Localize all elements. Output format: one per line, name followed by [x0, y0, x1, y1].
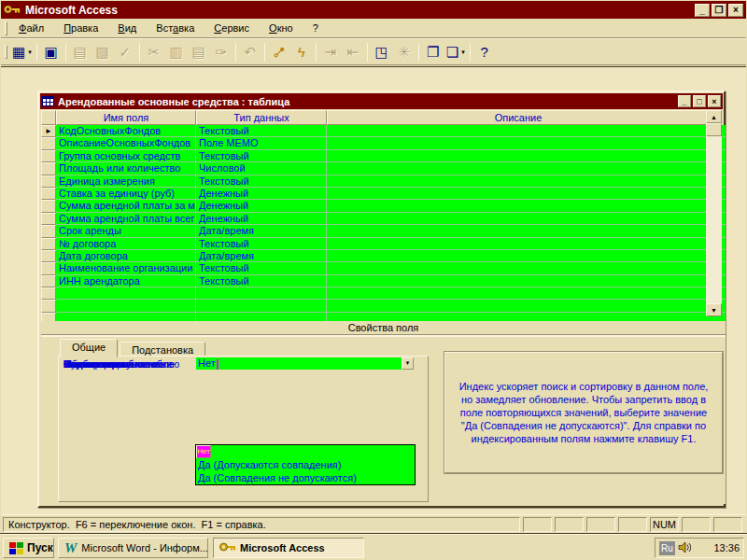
table-row[interactable]: Единица измерения Текстовый [41, 175, 726, 188]
taskbar-item-access[interactable]: Microsoft Access [213, 538, 364, 558]
menu-item[interactable]: Вид [109, 21, 145, 35]
data-type-cell[interactable] [196, 300, 327, 312]
description-cell[interactable] [327, 200, 726, 212]
data-type-cell[interactable]: Текстовый [196, 275, 327, 287]
menu-item[interactable]: Вставка [148, 21, 203, 35]
row-selector[interactable] [41, 175, 56, 188]
close-button[interactable]: × [728, 4, 743, 17]
main-titlebar[interactable]: Microsoft Access _ ❐ × [1, 1, 746, 19]
minimize-button[interactable]: _ [695, 4, 710, 17]
row-selector[interactable] [41, 250, 56, 262]
description-cell[interactable] [327, 162, 726, 175]
field-name-cell[interactable]: ИНН арендатора [56, 275, 196, 287]
tab[interactable]: Общие [60, 339, 118, 357]
insert-rows-button[interactable]: ⇥ ▾ [319, 41, 342, 63]
print-button[interactable]: ▤ ▾ [69, 41, 92, 63]
database-window-button[interactable]: ❐ ▾ [422, 41, 444, 63]
format-painter-button[interactable]: ✑ ▾ [210, 41, 233, 63]
description-cell[interactable] [327, 125, 726, 137]
table-row[interactable]: ОписаниеОсновныхФондов Поле MEMO [41, 137, 726, 149]
header-description[interactable]: Описание [327, 110, 710, 125]
description-cell[interactable] [327, 175, 726, 188]
data-type-cell[interactable]: Текстовый [196, 150, 327, 162]
description-cell[interactable] [327, 262, 726, 274]
delete-rows-button[interactable]: ⇤ ▾ [342, 41, 364, 63]
property-value-field[interactable]: Нет▼ [196, 357, 414, 370]
child-titlebar[interactable]: Арендованные основные средства : таблица… [40, 93, 723, 109]
child-maximize-button[interactable]: □ [693, 95, 706, 107]
row-selector[interactable] [41, 188, 56, 200]
row-selector[interactable] [41, 162, 56, 175]
cut-button[interactable]: ✂ ▾ [143, 41, 165, 63]
language-indicator[interactable]: Ru [659, 541, 675, 555]
print-preview-button[interactable]: ▧ ▾ [92, 41, 114, 63]
toolbar-grip[interactable] [5, 45, 7, 59]
data-type-cell[interactable]: Текстовый [196, 125, 327, 137]
description-cell[interactable] [327, 225, 726, 237]
table-row[interactable] [41, 300, 726, 312]
field-name-cell[interactable]: Срок аренды [56, 225, 196, 237]
field-name-cell[interactable]: Группа основных средств [56, 150, 196, 162]
child-minimize-button[interactable]: _ [678, 95, 691, 107]
dropdown-item[interactable]: Да (Допускаются совпадения) [196, 458, 415, 471]
field-name-cell[interactable]: Дата договора [56, 250, 196, 262]
indexes-button[interactable]: ϟ ▾ [290, 41, 313, 63]
data-type-cell[interactable]: Денежный [196, 213, 327, 225]
table-row[interactable]: Наименование организации Текстовый [41, 262, 726, 274]
row-selector[interactable] [41, 262, 56, 274]
table-row[interactable]: Группа основных средств Текстовый [41, 150, 726, 162]
field-name-cell[interactable]: Наименование организации [56, 262, 196, 274]
menu-item[interactable]: Окно [261, 21, 302, 35]
scroll-up-icon[interactable]: ▲ [706, 110, 722, 123]
menu-item[interactable]: ? [304, 21, 327, 35]
table-row[interactable]: Площадь или количество Числовой [41, 162, 726, 175]
start-button[interactable]: Пуск [3, 538, 54, 558]
taskbar-item-word[interactable]: W Microsoft Word - Информ... [58, 538, 208, 558]
dropdown-item[interactable]: Нет [196, 445, 211, 458]
field-name-cell[interactable]: Ставка за единицу (руб) [56, 188, 196, 200]
speaker-icon[interactable] [678, 541, 691, 555]
row-selector[interactable] [41, 287, 56, 300]
menu-item[interactable]: Сервис [205, 21, 258, 35]
help-button[interactable]: ? ▾ [473, 41, 496, 63]
scroll-down-icon[interactable]: ▼ [706, 303, 722, 316]
build-button[interactable]: ✳ ▾ [393, 41, 416, 63]
description-cell[interactable] [327, 250, 726, 262]
field-name-cell[interactable]: ОписаниеОсновныхФондов [56, 137, 196, 149]
row-selector[interactable] [41, 150, 56, 162]
data-type-cell[interactable]: Дата/время [196, 250, 327, 262]
row-selector[interactable] [41, 225, 56, 237]
chevron-down-icon[interactable]: ▾ [28, 49, 32, 56]
data-type-cell[interactable]: Текстовый [196, 175, 327, 188]
table-row[interactable]: Срок аренды Дата/время [41, 225, 726, 237]
table-row[interactable]: Сумма арендной платы всег Денежный [41, 213, 726, 225]
description-cell[interactable] [327, 238, 726, 250]
clock[interactable]: 13:36 [713, 542, 740, 553]
field-name-cell[interactable]: Сумма арендной платы за м [56, 200, 196, 212]
dropdown-item[interactable]: Да (Совпадения не допускаются) [196, 471, 415, 484]
row-selector[interactable] [41, 300, 56, 312]
data-type-cell[interactable]: Поле MEMO [196, 137, 327, 149]
combo-dropdown-button[interactable]: ▼ [402, 357, 414, 370]
restore-button[interactable]: ❐ [712, 4, 726, 17]
description-cell[interactable] [327, 275, 726, 287]
description-cell[interactable] [327, 213, 726, 225]
undo-button[interactable]: ↶ ▾ [239, 41, 261, 63]
row-selector[interactable] [41, 137, 56, 149]
row-selector[interactable] [41, 313, 56, 321]
description-cell[interactable] [327, 188, 726, 200]
field-name-cell[interactable]: КодОсновныхФондов [56, 125, 196, 137]
table-row[interactable]: Сумма арендной платы за м Денежный [41, 200, 726, 212]
description-cell[interactable] [327, 313, 726, 321]
copy-button[interactable]: ▥ ▾ [165, 41, 188, 63]
field-name-cell[interactable]: Площадь или количество [56, 162, 196, 175]
data-type-cell[interactable]: Числовой [196, 162, 327, 175]
header-field-name[interactable]: Имя поля [56, 110, 196, 125]
view-design-button[interactable]: ▦ ▾ [10, 41, 34, 63]
save-button[interactable]: ▣ ▾ [40, 41, 63, 63]
field-name-cell[interactable]: Сумма арендной платы всег [56, 213, 196, 225]
data-type-cell[interactable]: Дата/время [196, 225, 327, 237]
vertical-scrollbar[interactable]: ▲ ▼ [706, 110, 722, 316]
row-selector[interactable] [41, 200, 56, 212]
header-data-type[interactable]: Тип данных [196, 110, 327, 125]
